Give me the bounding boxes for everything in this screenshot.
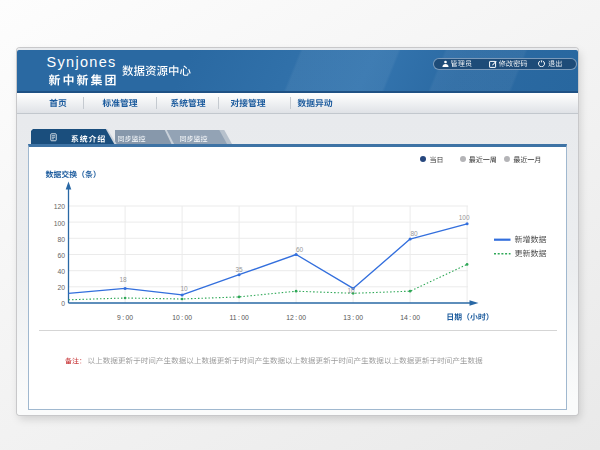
svg-text:100: 100 (54, 220, 66, 227)
svg-text:60: 60 (296, 246, 304, 253)
svg-text:0: 0 (61, 300, 65, 307)
svg-text:10 : 00: 10 : 00 (172, 314, 192, 321)
svg-text:35: 35 (235, 266, 243, 273)
svg-text:60: 60 (57, 252, 65, 259)
svg-text:20: 20 (57, 284, 65, 291)
svg-text:18: 18 (119, 276, 127, 283)
svg-text:11 : 00: 11 : 00 (229, 314, 248, 321)
svg-text:14 : 00: 14 : 00 (400, 314, 420, 321)
svg-text:120: 120 (54, 203, 66, 210)
svg-text:13 : 00: 13 : 00 (343, 314, 363, 321)
svg-text:9 : 00: 9 : 00 (117, 314, 133, 321)
svg-text:12 : 00: 12 : 00 (286, 314, 306, 321)
svg-text:80: 80 (410, 230, 418, 237)
svg-text:10: 10 (180, 285, 188, 292)
svg-text:40: 40 (57, 268, 65, 275)
svg-text:10: 10 (347, 287, 355, 294)
svg-text:100: 100 (459, 214, 470, 221)
svg-text:80: 80 (57, 236, 65, 243)
